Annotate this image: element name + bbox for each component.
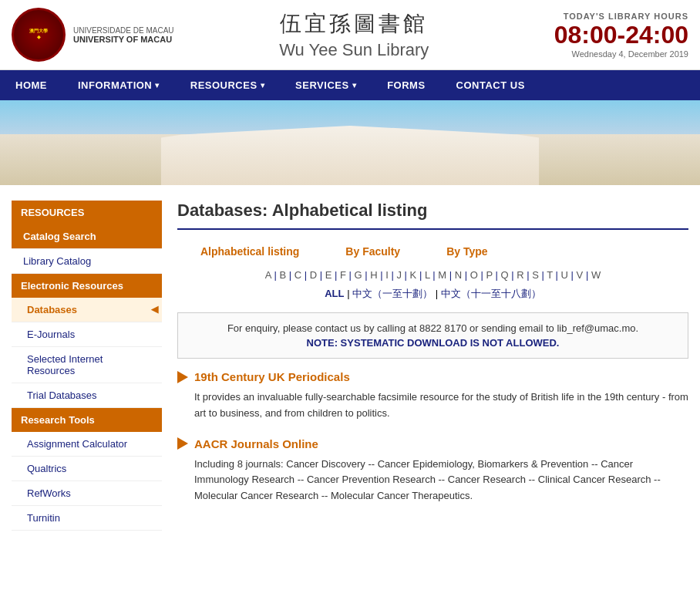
hero-banner: [0, 100, 700, 185]
alpha-d[interactable]: D: [310, 269, 317, 281]
main-nav: HOME INFORMATION ▾ RESOURCES ▾ SERVICES …: [0, 70, 700, 100]
db-desc-2: Including 8 journals: Cancer Discovery -…: [177, 457, 688, 504]
university-name-en: UNIVERSITY OF MACAU: [73, 35, 174, 44]
chevron-down-icon: ▾: [261, 81, 265, 89]
nav-forms[interactable]: FORMS: [372, 70, 440, 100]
university-logo: 澳門大學◆: [12, 8, 66, 62]
chevron-down-icon: ▾: [352, 81, 357, 89]
alpha-q[interactable]: Q: [500, 269, 508, 281]
main-layout: RESOURCES Catalog Search Library Catalog…: [0, 185, 700, 546]
sidebar-electronic-resources-header: Electronic Resources: [12, 274, 162, 298]
tab-by-type[interactable]: By Type: [423, 241, 510, 261]
db-title-row-2: AACR Journals Online: [177, 437, 688, 450]
nav-information[interactable]: INFORMATION ▾: [62, 70, 175, 100]
content-area: Databases: Alphabetical listing Alphabet…: [177, 201, 688, 531]
sidebar-item-catalog-search[interactable]: Catalog Search: [12, 224, 162, 249]
alpha-n[interactable]: N: [455, 269, 462, 281]
page-title: Databases: Alphabetical listing: [177, 201, 688, 230]
db-title-row-1: 19th Century UK Periodicals: [177, 370, 688, 383]
chinese-2-link[interactable]: 中文（十一至十八劃）: [441, 288, 541, 299]
db-arrow-icon-1: [177, 371, 188, 383]
alpha-v[interactable]: V: [577, 269, 584, 281]
db-title-1[interactable]: 19th Century UK Periodicals: [194, 370, 350, 383]
sidebar-item-databases[interactable]: Databases: [12, 298, 162, 322]
alpha-t[interactable]: T: [547, 269, 553, 281]
library-name-zh: 伍宜孫圖書館: [174, 9, 534, 39]
university-name-de: UNIVERSIDADE DE MACAU: [73, 26, 174, 35]
alpha-l[interactable]: L: [425, 269, 430, 281]
library-hours: TODAY'S LIBRARY HOURS 08:00-24:00 Wednes…: [534, 12, 688, 59]
nav-home[interactable]: HOME: [0, 70, 62, 100]
enquiry-text: For enquiry, please contact us by callin…: [187, 322, 678, 334]
database-entry-1: 19th Century UK Periodicals It provides …: [177, 370, 688, 422]
nav-resources[interactable]: RESOURCES ▾: [175, 70, 280, 100]
sidebar-item-assignment-calculator[interactable]: Assignment Calculator: [12, 432, 162, 457]
sidebar-item-trial-databases[interactable]: Trial Databases: [12, 383, 162, 408]
nav-contact-us[interactable]: CONTACT US: [441, 70, 540, 100]
all-chinese-row: ALL | 中文（一至十劃） | 中文（十一至十八劃）: [177, 287, 688, 301]
sidebar-item-turnitin[interactable]: Turnitin: [12, 506, 162, 531]
alpha-f[interactable]: F: [340, 269, 346, 281]
sidebar-resources-header: RESOURCES: [12, 201, 162, 224]
enquiry-note: NOTE: SYSTEMATIC DOWNLOAD IS NOT ALLOWED…: [187, 337, 678, 349]
db-arrow-icon-2: [177, 437, 188, 450]
sidebar-item-refworks[interactable]: RefWorks: [12, 481, 162, 506]
logo-area: 澳門大學◆ UNIVERSIDADE DE MACAU UNIVERSITY O…: [12, 8, 174, 62]
hours-time: 08:00-24:00: [534, 21, 688, 49]
alpha-k[interactable]: K: [410, 269, 417, 281]
sidebar-item-library-catalog[interactable]: Library Catalog: [12, 249, 162, 274]
alpha-s[interactable]: S: [532, 269, 539, 281]
database-entry-2: AACR Journals Online Including 8 journal…: [177, 437, 688, 504]
nav-services[interactable]: SERVICES ▾: [280, 70, 372, 100]
header: 澳門大學◆ UNIVERSIDADE DE MACAU UNIVERSITY O…: [0, 0, 700, 70]
alpha-j[interactable]: J: [397, 269, 402, 281]
alpha-a[interactable]: A: [265, 269, 271, 281]
alpha-b[interactable]: B: [279, 269, 286, 281]
hours-label: TODAY'S LIBRARY HOURS: [534, 12, 688, 21]
all-link[interactable]: ALL: [325, 288, 344, 299]
library-name: 伍宜孫圖書館 Wu Yee Sun Library: [174, 9, 534, 60]
sidebar-item-ejournals[interactable]: E-Journals: [12, 322, 162, 347]
chinese-1-link[interactable]: 中文（一至十劃）: [352, 288, 432, 299]
university-name: UNIVERSIDADE DE MACAU UNIVERSITY OF MACA…: [73, 26, 174, 44]
sidebar-item-selected-internet[interactable]: Selected Internet Resources: [12, 347, 162, 383]
chevron-down-icon: ▾: [155, 81, 160, 89]
tab-alphabetical[interactable]: Alphabetical listing: [177, 241, 322, 261]
alpha-c[interactable]: C: [294, 269, 301, 281]
sidebar-research-tools-header: Research Tools: [12, 408, 162, 432]
alpha-w[interactable]: W: [591, 269, 601, 281]
tab-row: Alphabetical listing By Faculty By Type: [177, 241, 688, 261]
enquiry-box: For enquiry, please contact us by callin…: [177, 312, 688, 359]
alpha-h[interactable]: H: [370, 269, 377, 281]
sidebar: RESOURCES Catalog Search Library Catalog…: [12, 201, 162, 531]
alpha-links: A | B | C | D | E | F | G | H | I | J | …: [177, 269, 688, 281]
sidebar-item-qualtrics[interactable]: Qualtrics: [12, 457, 162, 481]
alpha-o[interactable]: O: [470, 269, 478, 281]
alpha-g[interactable]: G: [355, 269, 362, 281]
alpha-m[interactable]: M: [438, 269, 446, 281]
library-name-en: Wu Yee Sun Library: [174, 40, 534, 60]
tab-by-faculty[interactable]: By Faculty: [322, 241, 423, 261]
hours-date: Wednesday 4, December 2019: [534, 49, 688, 59]
alpha-e[interactable]: E: [325, 269, 332, 281]
alpha-i[interactable]: I: [385, 269, 389, 281]
alpha-p[interactable]: P: [486, 269, 492, 281]
db-title-2[interactable]: AACR Journals Online: [194, 437, 318, 450]
building-image: [0, 100, 700, 185]
db-desc-1: It provides an invaluable fully-searchab…: [177, 389, 688, 422]
alpha-r[interactable]: R: [517, 269, 523, 281]
alpha-u[interactable]: U: [561, 269, 568, 281]
